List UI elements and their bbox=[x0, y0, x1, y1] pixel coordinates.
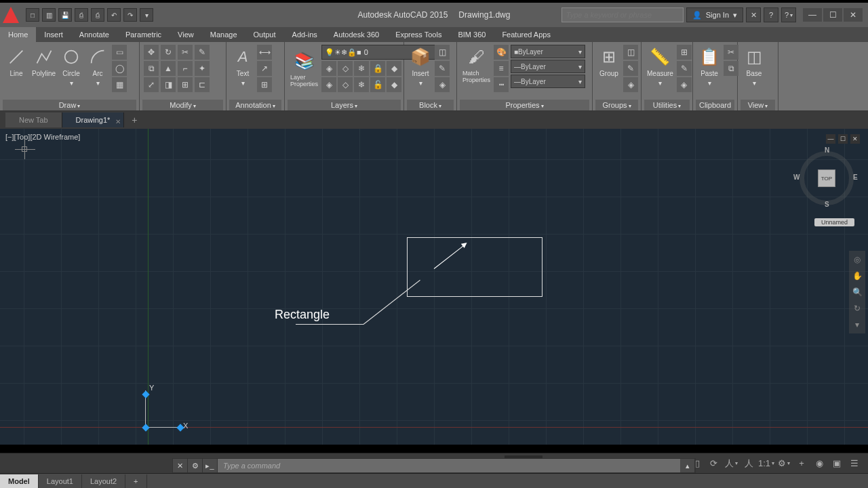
color-icon[interactable]: 🎨 bbox=[494, 45, 509, 60]
tab-addins[interactable]: Add-ins bbox=[284, 27, 326, 42]
table-icon[interactable]: ⊞ bbox=[257, 77, 272, 92]
cmd-prompt-icon[interactable]: ▸_ bbox=[203, 459, 218, 472]
offset-icon[interactable]: ⊏ bbox=[195, 77, 210, 92]
zoom-icon[interactable]: 🔍 bbox=[851, 286, 863, 298]
tab-view[interactable]: View bbox=[170, 27, 202, 42]
new-icon[interactable]: □ bbox=[26, 8, 39, 22]
add-tab-button[interactable]: + bbox=[127, 113, 142, 127]
insert-button[interactable]: 📦Insert▾ bbox=[408, 45, 433, 88]
close-button[interactable]: ✕ bbox=[844, 8, 863, 22]
panel-modify[interactable]: Modify bbox=[142, 100, 223, 110]
cmd-close-icon[interactable]: ✕ bbox=[173, 459, 188, 472]
plot-icon[interactable]: ⎙ bbox=[91, 8, 104, 22]
scale-icon[interactable]: ◨ bbox=[161, 77, 176, 92]
file-tab-drawing1[interactable]: Drawing1*✕ bbox=[62, 113, 125, 127]
rectangle-icon[interactable]: ▭ bbox=[112, 45, 127, 60]
layerprops-button[interactable]: 📚Layer Properties bbox=[289, 49, 319, 89]
undo-icon[interactable]: ↶ bbox=[107, 8, 121, 22]
cycling-icon[interactable]: ⟳ bbox=[705, 455, 722, 472]
panel-block[interactable]: Block bbox=[407, 100, 454, 110]
groupedit-icon[interactable]: ✎ bbox=[623, 61, 638, 76]
polyline-button[interactable]: Polyline bbox=[31, 45, 57, 79]
hwacc-icon[interactable]: ▣ bbox=[829, 455, 845, 472]
l2-icon[interactable]: ◇ bbox=[338, 77, 353, 92]
tab-bim360[interactable]: BIM 360 bbox=[450, 27, 494, 42]
wheel-icon[interactable]: ◎ bbox=[851, 253, 863, 266]
layerlock-icon[interactable]: 🔒 bbox=[370, 61, 385, 76]
trim-icon[interactable]: ✂ bbox=[178, 45, 193, 60]
copy-icon[interactable]: ⧉ bbox=[144, 61, 159, 76]
l3-icon[interactable]: ❄ bbox=[354, 77, 369, 92]
drawing-canvas[interactable]: for(let i=0;i<30;i++)document.write('<di… bbox=[0, 129, 868, 445]
command-line[interactable]: ✕ ⚙ ▸_ Type a command ▴ bbox=[172, 458, 696, 473]
cmd-cust-icon[interactable]: ⚙ bbox=[188, 459, 203, 472]
viewcube[interactable]: TOP N S W E bbox=[796, 148, 857, 209]
rotate-icon[interactable]: ↻ bbox=[161, 45, 176, 60]
base-button[interactable]: ◫Base▾ bbox=[742, 45, 766, 88]
copy2-icon[interactable]: ⧉ bbox=[724, 61, 738, 76]
viewcube-top[interactable]: TOP bbox=[818, 169, 835, 187]
viewcube-ucs-label[interactable]: Unnamed bbox=[814, 218, 854, 226]
panel-layers[interactable]: Layers bbox=[288, 100, 401, 110]
color-combo[interactable]: ■ ByLayer▾ bbox=[511, 45, 585, 58]
redo-icon[interactable]: ↷ bbox=[123, 8, 137, 22]
annoscale-icon[interactable]: 人 bbox=[723, 455, 739, 472]
tab-home[interactable]: Home bbox=[0, 27, 36, 42]
save-icon[interactable]: 💾 bbox=[58, 8, 72, 22]
tab-autodesk360[interactable]: Autodesk 360 bbox=[326, 27, 387, 42]
edit-icon[interactable]: ✎ bbox=[435, 61, 450, 76]
stretch-icon[interactable]: ⤢ bbox=[144, 77, 159, 92]
ltype-combo[interactable]: — ByLayer▾ bbox=[511, 75, 585, 88]
command-input[interactable]: Type a command bbox=[218, 459, 680, 472]
groupbb-icon[interactable]: ◈ bbox=[623, 77, 638, 92]
layermch-icon[interactable]: ◆ bbox=[387, 61, 401, 76]
gear-icon[interactable]: ⚙ bbox=[776, 455, 792, 472]
panel-draw[interactable]: Draw bbox=[3, 100, 136, 110]
mirror-icon[interactable]: ▲ bbox=[161, 61, 176, 76]
tab-parametric[interactable]: Parametric bbox=[117, 27, 170, 42]
calc-icon[interactable]: ⊞ bbox=[677, 45, 692, 60]
fillet-icon[interactable]: ⌐ bbox=[178, 61, 193, 76]
open-icon[interactable]: ▥ bbox=[42, 8, 56, 22]
ellipse-icon[interactable]: ◯ bbox=[112, 61, 127, 76]
l4-icon[interactable]: 🔓 bbox=[370, 77, 385, 92]
stayconn-icon[interactable]: ? bbox=[764, 7, 778, 22]
cmd-history-icon[interactable]: ▴ bbox=[680, 459, 695, 472]
arc-button[interactable]: Arc▾ bbox=[85, 45, 110, 88]
move-icon[interactable]: ✥ bbox=[144, 45, 159, 60]
tab-output[interactable]: Output bbox=[245, 27, 284, 42]
panel-groups[interactable]: Groups bbox=[595, 100, 638, 110]
tab-annotate[interactable]: Annotate bbox=[71, 27, 117, 42]
orbit-icon[interactable]: ↻ bbox=[851, 302, 863, 314]
layout-tab-layout2[interactable]: Layout2 bbox=[82, 474, 125, 488]
maximize-button[interactable]: ☐ bbox=[823, 8, 842, 22]
tab-expresstools[interactable]: Express Tools bbox=[387, 27, 450, 42]
measure-button[interactable]: 📏Measure▾ bbox=[646, 45, 675, 88]
ltype-icon[interactable]: ┅ bbox=[494, 77, 509, 92]
panel-properties[interactable]: Properties bbox=[460, 100, 589, 110]
layout-tab-layout1[interactable]: Layout1 bbox=[39, 474, 82, 488]
tab-manage[interactable]: Manage bbox=[202, 27, 245, 42]
create-icon[interactable]: ◫ bbox=[435, 45, 450, 60]
leader-icon[interactable]: ↗ bbox=[257, 61, 272, 76]
layerfrz-icon[interactable]: ❄ bbox=[354, 61, 369, 76]
panel-annotation[interactable]: Annotation bbox=[229, 100, 281, 110]
vp-min-icon[interactable]: — bbox=[826, 134, 835, 144]
paste-button[interactable]: 📋Paste▾ bbox=[697, 45, 722, 88]
viewport-label[interactable]: [−][Top][2D Wireframe] bbox=[5, 133, 80, 141]
text-button[interactable]: AText▾ bbox=[231, 45, 255, 88]
matchprops-button[interactable]: 🖌Match Properties bbox=[461, 45, 492, 85]
explode-icon[interactable]: ✦ bbox=[195, 61, 210, 76]
help-icon[interactable]: ? bbox=[781, 7, 796, 22]
hatch-icon[interactable]: ▦ bbox=[112, 77, 127, 92]
rectangle-shape[interactable] bbox=[407, 237, 542, 297]
circle-button[interactable]: Circle▾ bbox=[59, 45, 83, 88]
saveas-icon[interactable]: ⎙ bbox=[75, 8, 88, 22]
tab-featuredapps[interactable]: Featured Apps bbox=[494, 27, 559, 42]
attr-icon[interactable]: ◈ bbox=[435, 77, 450, 92]
erase-icon[interactable]: ✎ bbox=[195, 45, 210, 60]
lweight-icon[interactable]: ≡ bbox=[494, 61, 509, 76]
signin-button[interactable]: 👤 Sign In ▾ bbox=[686, 7, 743, 22]
layeriso-icon[interactable]: ◈ bbox=[321, 61, 336, 76]
pan-icon[interactable]: ✋ bbox=[851, 270, 863, 282]
